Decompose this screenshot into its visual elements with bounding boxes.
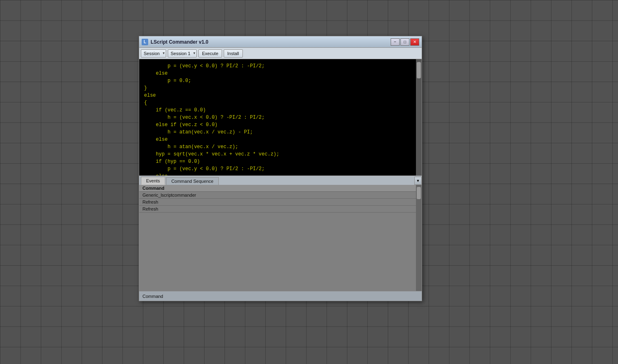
- events-list: Command Generic_lscriptcommander Refresh…: [139, 185, 422, 213]
- session1-dropdown[interactable]: Session 1: [168, 49, 197, 58]
- events-scrollbar[interactable]: [416, 185, 422, 291]
- events-row-0[interactable]: Generic_lscriptcommander: [139, 192, 422, 199]
- execute-button[interactable]: Execute: [198, 49, 222, 58]
- tab-command-sequence[interactable]: Command Sequence: [166, 177, 219, 185]
- code-scrollbar-thumb[interactable]: [417, 62, 421, 78]
- events-header: Command: [139, 185, 422, 192]
- title-bar-controls: [391, 38, 419, 46]
- session-dropdown-wrapper[interactable]: Session ▼: [141, 49, 166, 58]
- events-row-1[interactable]: Refresh: [139, 199, 422, 206]
- events-panel: Command Generic_lscriptcommander Refresh…: [139, 185, 422, 291]
- tabs-container: Events Command Sequence ▼: [139, 175, 422, 185]
- events-scrollbar-thumb[interactable]: [417, 187, 421, 199]
- minimize-button[interactable]: [391, 38, 400, 46]
- window-title: LScript Commander v1.0: [151, 39, 391, 45]
- session1-dropdown-wrapper[interactable]: Session 1 ▼: [168, 49, 197, 58]
- app-icon: [142, 39, 148, 45]
- tabs-header: Events Command Sequence ▼: [139, 176, 422, 185]
- maximize-button[interactable]: [400, 38, 409, 46]
- lscript-commander-window: LScript Commander v1.0 Session ▼ Session…: [139, 36, 422, 301]
- tab-scroll-button[interactable]: ▼: [414, 177, 422, 185]
- tab-events[interactable]: Events: [141, 177, 165, 185]
- events-row-2[interactable]: Refresh: [139, 206, 422, 213]
- command-bar: Command: [139, 291, 422, 301]
- command-label: Command: [142, 294, 163, 299]
- session-dropdown[interactable]: Session: [141, 49, 166, 58]
- code-content: p = (vec.y < 0.0) ? PI/2 : -PI/2; else p…: [139, 59, 422, 175]
- install-button[interactable]: Install: [224, 49, 243, 58]
- code-editor[interactable]: p = (vec.y < 0.0) ? PI/2 : -PI/2; else p…: [139, 59, 422, 175]
- close-button[interactable]: [410, 38, 419, 46]
- toolbar: Session ▼ Session 1 ▼ Execute Install: [139, 48, 422, 59]
- code-scrollbar[interactable]: [416, 59, 422, 175]
- title-bar: LScript Commander v1.0: [139, 36, 422, 48]
